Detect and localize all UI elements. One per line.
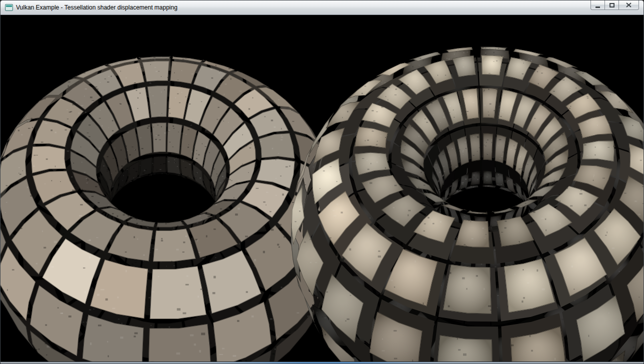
window-controls bbox=[591, 0, 639, 10]
window-frame-bottom bbox=[0, 362, 644, 364]
close-icon bbox=[626, 2, 632, 8]
app-window: Vulkan Example - Tessellation shader dis… bbox=[0, 0, 644, 364]
minimize-icon bbox=[596, 6, 600, 8]
minimize-button[interactable] bbox=[590, 0, 605, 10]
maximize-button[interactable] bbox=[604, 0, 619, 10]
window-title: Vulkan Example - Tessellation shader dis… bbox=[16, 4, 178, 11]
close-button[interactable] bbox=[618, 0, 639, 10]
vulkan-app-icon bbox=[5, 4, 13, 11]
vulkan-render-viewport[interactable] bbox=[0, 15, 644, 362]
titlebar[interactable]: Vulkan Example - Tessellation shader dis… bbox=[0, 0, 644, 15]
maximize-icon bbox=[610, 3, 614, 8]
render-area bbox=[0, 15, 644, 362]
